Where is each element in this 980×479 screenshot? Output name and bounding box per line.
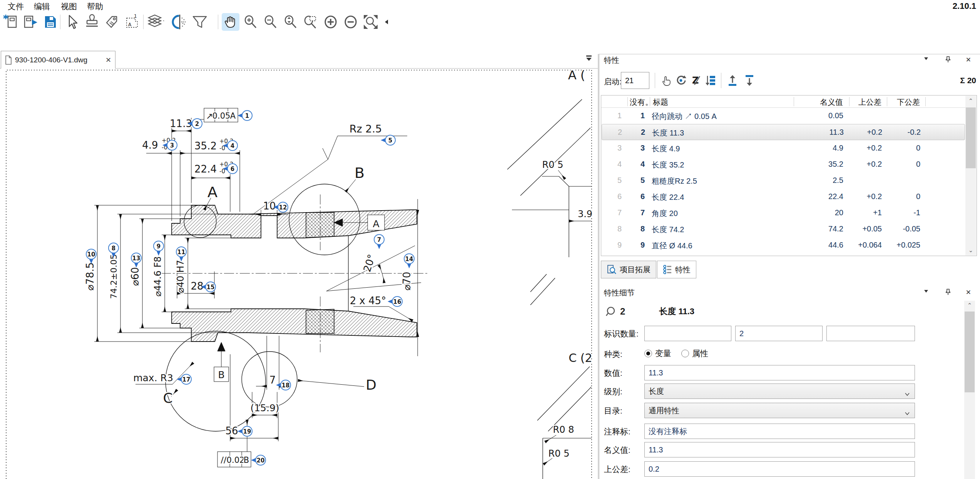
panel-close-icon[interactable]: ✕: [966, 288, 971, 296]
sort-list-button[interactable]: [704, 73, 719, 88]
pointer-hand-button[interactable]: [658, 73, 673, 88]
zoom-dynamic-button[interactable]: [282, 13, 299, 31]
document-tab[interactable]: 930-1200-406-V1.dwg ✕: [1, 51, 115, 69]
region-select-button[interactable]: A 1: [123, 13, 141, 31]
balloon-marker-10[interactable]: 10: [86, 249, 96, 264]
scroll-up-icon[interactable]: ⌃: [965, 96, 976, 106]
zoom-in-button[interactable]: [242, 13, 259, 31]
table-row[interactable]: 44长度 35.235.2+0.20: [602, 156, 965, 173]
zoom-out-button[interactable]: [262, 13, 279, 31]
scroll-up-icon[interactable]: ⌃: [964, 301, 975, 310]
balloon-marker-19[interactable]: 19: [237, 426, 252, 436]
tab-close-icon[interactable]: ✕: [105, 56, 111, 64]
magnify-minus-button[interactable]: [342, 13, 360, 31]
col-no[interactable]: 没有。: [630, 97, 653, 107]
id-count-input-3[interactable]: [826, 326, 915, 341]
collapse-toolbar-button[interactable]: [383, 13, 390, 31]
toolbar-separator: [218, 15, 218, 29]
balloon-marker-5[interactable]: 5: [381, 135, 395, 145]
stamp-button[interactable]: [83, 13, 101, 31]
table-row[interactable]: 11径向跳动 ↗ 0.05 A0.05: [602, 108, 965, 124]
panel-dropdown-icon[interactable]: [923, 288, 929, 295]
table-row[interactable]: 77角度 2020+1-1: [602, 205, 965, 221]
save-button[interactable]: [42, 13, 59, 31]
zoom-fit-button[interactable]: [362, 13, 380, 31]
magnify-plus-button[interactable]: [322, 13, 339, 31]
svg-text:8: 8: [112, 245, 115, 252]
id-count-input-1[interactable]: [644, 326, 731, 341]
dimension-text: //: [221, 455, 227, 465]
details-scrollbar[interactable]: ⌃: [964, 301, 975, 479]
balloon-marker-13[interactable]: 13: [131, 253, 141, 268]
select-cursor-button[interactable]: [63, 13, 81, 31]
dimension-text: 2 x 45°: [350, 295, 386, 306]
scroll-thumb[interactable]: [966, 107, 976, 168]
id-count-input-2[interactable]: [735, 326, 823, 341]
import-down-button[interactable]: [742, 73, 757, 88]
table-row[interactable]: 88长度 74.274.2+0.05-0.05: [602, 221, 965, 237]
pan-hand-button[interactable]: [222, 13, 239, 31]
balloon-marker-17[interactable]: 17: [177, 374, 191, 384]
annotation-input[interactable]: [644, 424, 915, 439]
menu-help[interactable]: 帮助: [87, 1, 103, 12]
balloon-marker-20[interactable]: 20: [251, 455, 266, 465]
balloon-marker-16[interactable]: 16: [388, 296, 402, 306]
drawing-canvas[interactable]: 11.34.9+0.2-035.2+0.2-022.4+0.2-0Rz 2.5A…: [0, 69, 599, 479]
filter-icon: [191, 13, 209, 30]
z-order-button[interactable]: Z: [689, 73, 704, 88]
new-document-button[interactable]: [2, 13, 20, 31]
tab-project-expand[interactable]: 项目拓展: [601, 261, 656, 278]
sort-list-icon: [705, 74, 718, 87]
tab-list-menu-button[interactable]: [585, 54, 594, 64]
panel-tabs: 项目拓展 特性: [601, 261, 697, 279]
tag-button[interactable]: [103, 13, 121, 31]
table-row[interactable]: 22长度 11.311.3+0.2-0.2: [602, 124, 965, 140]
panel-close-icon[interactable]: ✕: [966, 56, 971, 64]
chevron-down-icon: [905, 389, 910, 398]
col-title[interactable]: 标题: [653, 97, 668, 107]
balloon-marker-7[interactable]: 7: [374, 234, 384, 249]
balloon-marker-11[interactable]: 11: [176, 247, 186, 261]
table-scrollbar[interactable]: ⌃ ⌄: [965, 96, 976, 255]
table-row[interactable]: 55粗糙度Rz 2.52.5: [602, 173, 965, 189]
balloon-marker-1[interactable]: 1: [237, 111, 252, 121]
filter-button[interactable]: [191, 13, 209, 31]
scroll-thumb[interactable]: [965, 312, 975, 392]
dimension-text: 74.2±0.05: [109, 254, 119, 299]
col-lower[interactable]: 下公差: [891, 97, 920, 107]
export-up-button[interactable]: [725, 73, 740, 88]
col-upper[interactable]: 上公差: [855, 97, 881, 107]
catalog-combo[interactable]: 通用特性: [644, 403, 915, 418]
menu-file[interactable]: 文件: [8, 1, 24, 12]
open-document-button[interactable]: [22, 13, 39, 31]
radio-attribute[interactable]: [681, 350, 689, 357]
panel-pin-icon[interactable]: [945, 288, 951, 297]
table-row[interactable]: 33长度 4.94.9+0.20: [602, 140, 965, 156]
balloon-marker-18[interactable]: 18: [276, 380, 291, 390]
level-combo[interactable]: 长度: [644, 384, 915, 399]
start-input[interactable]: [621, 72, 649, 89]
mirror-view-button[interactable]: [171, 13, 189, 31]
table-row[interactable]: 99直径 Ø 44.644.6+0.064+0.025: [602, 237, 965, 253]
nominal-input[interactable]: [644, 442, 915, 457]
menu-edit[interactable]: 编辑: [34, 1, 50, 12]
value-input[interactable]: [644, 365, 915, 380]
dimension-text: R0 8: [553, 424, 574, 435]
balloon-marker-14[interactable]: 14: [404, 254, 414, 268]
table-row[interactable]: 66长度 22.422.4+0.20: [602, 189, 965, 205]
radio-variable[interactable]: [644, 350, 652, 357]
refresh-button[interactable]: [673, 73, 689, 88]
panel-dropdown-icon[interactable]: [923, 56, 929, 63]
zoom-window-button[interactable]: [302, 13, 319, 31]
menu-view[interactable]: 视图: [61, 1, 77, 12]
details-panel-header: 特性细节 ✕: [599, 287, 980, 298]
technical-drawing: 11.34.9+0.2-035.2+0.2-022.4+0.2-0Rz 2.5A…: [0, 69, 599, 479]
dimension-text: Rz 2.5: [350, 123, 382, 135]
balloon-marker-9[interactable]: 9: [154, 241, 164, 256]
upper-tol-input[interactable]: [644, 461, 915, 477]
scroll-down-icon[interactable]: ⌄: [965, 245, 976, 255]
layers-button[interactable]: [146, 13, 164, 31]
tab-properties[interactable]: 特性: [657, 261, 696, 278]
panel-pin-icon[interactable]: [945, 56, 951, 64]
col-nominal[interactable]: 名义值: [808, 97, 843, 107]
